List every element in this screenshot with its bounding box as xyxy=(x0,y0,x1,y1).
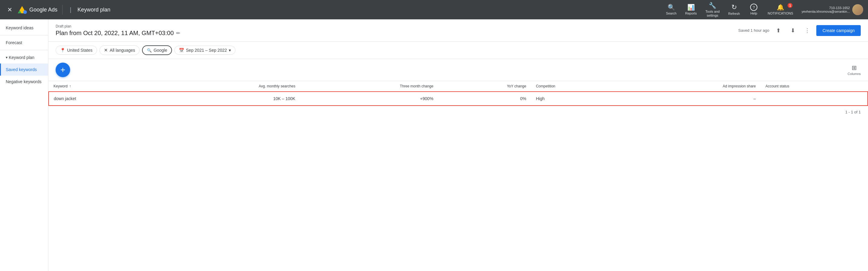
language-icon: ✕ xyxy=(104,48,108,53)
col-three-month-change[interactable]: Three month change xyxy=(300,81,438,92)
columns-icon: ⊞ xyxy=(852,64,857,71)
sidebar-divider xyxy=(0,35,48,35)
notifications-nav-button[interactable]: 🔔 1 NOTIFICATIONS xyxy=(764,2,797,17)
help-nav-button[interactable]: ? Help xyxy=(745,2,763,17)
ad-impression-share-cell: – xyxy=(624,92,761,106)
nav-actions: 🔍 Search 📊 Reports 🔧 Tools andsettings ↻… xyxy=(662,0,797,19)
notifications-icon: 🔔 xyxy=(777,4,784,11)
sidebar-item-label: Keyword ideas xyxy=(6,25,34,30)
add-keyword-button[interactable]: + xyxy=(56,63,70,77)
col-yoy-label: YoY change xyxy=(507,84,526,88)
avg-monthly-searches-cell: 10K – 100K xyxy=(152,92,300,106)
help-nav-label: Help xyxy=(750,11,757,16)
svg-point-1 xyxy=(23,10,27,14)
refresh-icon: ↻ xyxy=(732,3,737,11)
plan-header-left: Draft plan Plan from Oct 20, 2022, 11 AM… xyxy=(56,24,180,37)
col-keyword-label: Keyword xyxy=(54,84,68,88)
search-nav-label: Search xyxy=(666,11,677,16)
location-icon: 📍 xyxy=(60,48,65,53)
account-status-cell xyxy=(761,92,868,106)
tools-nav-label: Tools andsettings xyxy=(705,10,720,18)
table-wrapper: Keyword ↑ Avg. monthly searches Three mo… xyxy=(49,81,868,106)
sidebar-item-keyword-plan[interactable]: ▾ Keyword plan xyxy=(0,52,48,63)
reports-nav-label: Reports xyxy=(685,11,697,16)
chevron-down-icon: ▾ xyxy=(6,55,7,60)
col-account-status[interactable]: Account status xyxy=(761,81,868,92)
sidebar-divider-2 xyxy=(0,50,48,50)
columns-label: Columns xyxy=(848,72,861,76)
col-avg-monthly-searches[interactable]: Avg. monthly searches xyxy=(152,81,300,92)
sidebar: Keyword ideas Forecast ▾ Keyword plan Sa… xyxy=(0,19,49,271)
saved-label: Saved 1 hour ago xyxy=(738,28,770,33)
sidebar-item-label: Forecast xyxy=(6,40,22,45)
search-network-label: Google xyxy=(154,48,167,53)
share-icon: ⬆ xyxy=(776,27,781,34)
separator: | xyxy=(70,6,71,13)
table-area: + ⊞ Columns Keyword ↑ xyxy=(49,59,868,118)
app-title: Google Ads xyxy=(29,7,57,13)
sidebar-item-label: Saved keywords xyxy=(6,67,37,72)
draft-label: Draft plan xyxy=(56,24,180,28)
columns-button[interactable]: ⊞ Columns xyxy=(848,64,861,76)
user-section[interactable]: 710-133-1652 yevheniia.khromova@serankin… xyxy=(802,4,863,15)
col-keyword[interactable]: Keyword ↑ xyxy=(49,81,152,92)
sidebar-item-label: Keyword plan xyxy=(9,55,34,60)
search-network-icon: 🔍 xyxy=(147,48,152,53)
table-body: down jacket 10K – 100K +900% 0% High – xyxy=(49,92,868,106)
filters-row: 📍 United States ✕ All languages 🔍 Google… xyxy=(49,42,868,59)
col-ad-impression-share[interactable]: Ad impression share xyxy=(624,81,761,92)
edit-icon[interactable]: ✏ xyxy=(176,30,180,36)
user-email: yevheniia.khromova@serankin... xyxy=(802,10,850,13)
reports-nav-button[interactable]: 📊 Reports xyxy=(682,2,701,17)
sidebar-item-saved-keywords[interactable]: Saved keywords xyxy=(0,63,48,76)
tools-icon: 🔧 xyxy=(709,2,716,9)
language-filter[interactable]: ✕ All languages xyxy=(99,46,140,55)
table-toolbar: + ⊞ Columns xyxy=(49,59,868,81)
share-button[interactable]: ⬆ xyxy=(773,25,784,36)
reports-icon: 📊 xyxy=(687,4,695,11)
app-logo: Google Ads xyxy=(17,5,63,14)
tools-nav-button[interactable]: 🔧 Tools andsettings xyxy=(702,0,723,19)
keyword-cell: down jacket xyxy=(49,92,152,106)
refresh-nav-button[interactable]: ↻ Refresh xyxy=(725,1,744,18)
notifications-nav-label: NOTIFICATIONS xyxy=(768,11,793,16)
more-icon: ⋮ xyxy=(805,27,810,34)
col-competition[interactable]: Competition xyxy=(531,81,624,92)
create-campaign-button[interactable]: Create campaign xyxy=(816,25,861,36)
col-yoy-change[interactable]: YoY change xyxy=(438,81,531,92)
calendar-icon: 📅 xyxy=(179,48,184,53)
table-header: Keyword ↑ Avg. monthly searches Three mo… xyxy=(49,81,868,92)
table-row[interactable]: down jacket 10K – 100K +900% 0% High – xyxy=(49,92,868,106)
sidebar-item-forecast[interactable]: Forecast xyxy=(0,37,48,49)
avatar-image xyxy=(852,4,863,15)
competition-cell: High xyxy=(531,92,624,106)
help-icon: ? xyxy=(750,4,757,11)
plus-icon: + xyxy=(60,65,65,75)
col-avg-label: Avg. monthly searches xyxy=(259,84,295,88)
plan-header-right: Saved 1 hour ago ⬆ ⬇ ⋮ Create campaign xyxy=(738,25,861,36)
sidebar-item-negative-keywords[interactable]: Negative keywords xyxy=(0,76,48,88)
plan-name-row: Plan from Oct 20, 2022, 11 AM, GMT+03:00… xyxy=(56,30,180,37)
download-button[interactable]: ⬇ xyxy=(787,25,798,36)
col-impression-label: Ad impression share xyxy=(723,84,755,88)
search-icon: 🔍 xyxy=(668,4,675,11)
main-layout: Keyword ideas Forecast ▾ Keyword plan Sa… xyxy=(0,19,868,271)
search-network-filter[interactable]: 🔍 Google xyxy=(142,46,172,55)
location-filter[interactable]: 📍 United States xyxy=(56,46,97,55)
page-title: Keyword plan xyxy=(78,7,110,13)
date-dropdown-icon: ▾ xyxy=(229,48,231,53)
main-content: Draft plan Plan from Oct 20, 2022, 11 AM… xyxy=(49,19,868,271)
date-range-filter[interactable]: 📅 Sep 2021 – Sep 2022 ▾ xyxy=(175,46,235,55)
search-nav-button[interactable]: 🔍 Search xyxy=(662,2,680,17)
language-label: All languages xyxy=(110,48,135,53)
sidebar-item-keyword-ideas[interactable]: Keyword ideas xyxy=(0,22,48,34)
user-phone: 710-133-1652 xyxy=(829,6,850,10)
col-three-month-label: Three month change xyxy=(400,84,433,88)
google-ads-icon xyxy=(17,5,27,14)
more-options-button[interactable]: ⋮ xyxy=(802,25,813,36)
date-range-label: Sep 2021 – Sep 2022 xyxy=(186,48,227,53)
close-button[interactable]: ✕ xyxy=(5,5,15,14)
avatar xyxy=(852,4,863,15)
plan-name: Plan from Oct 20, 2022, 11 AM, GMT+03:00 xyxy=(56,30,174,37)
yoy-change-cell: 0% xyxy=(438,92,531,106)
